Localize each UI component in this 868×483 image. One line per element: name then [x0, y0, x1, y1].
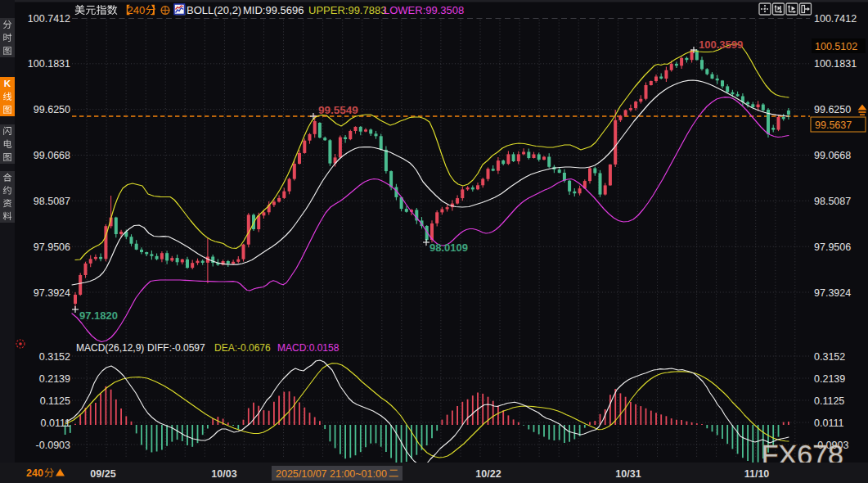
svg-text:100.1831: 100.1831 — [28, 58, 70, 70]
svg-text:10/22: 10/22 — [475, 468, 501, 480]
svg-text:0.0111: 0.0111 — [41, 418, 70, 429]
svg-text:100.7412: 100.7412 — [814, 13, 857, 25]
svg-text:UPPER:99.7883: UPPER:99.7883 — [308, 4, 386, 16]
svg-text:99.6250: 99.6250 — [34, 104, 70, 115]
svg-text:240: 240 — [128, 4, 146, 16]
svg-text:99.0668: 99.0668 — [34, 150, 70, 161]
svg-text:100.3599: 100.3599 — [699, 38, 743, 51]
svg-text:0.3152: 0.3152 — [814, 351, 845, 363]
svg-text:10/31: 10/31 — [615, 468, 641, 480]
svg-text:MACD:0.0158: MACD:0.0158 — [277, 342, 340, 354]
svg-text:97.1820: 97.1820 — [79, 309, 118, 322]
svg-text:99.5637: 99.5637 — [815, 120, 852, 131]
svg-text:0.0111: 0.0111 — [814, 418, 843, 429]
svg-text:97.3924: 97.3924 — [814, 287, 851, 299]
svg-text:98.5087: 98.5087 — [814, 196, 851, 207]
svg-text:-0.0903: -0.0903 — [36, 440, 70, 451]
svg-text:2025/10/07 21:00~01:00: 2025/10/07 21:00~01:00 — [276, 468, 387, 480]
svg-text:99.5549: 99.5549 — [318, 104, 358, 116]
svg-text:0.3152: 0.3152 — [39, 351, 70, 363]
svg-text:97.9506: 97.9506 — [814, 242, 851, 253]
svg-text:K: K — [4, 79, 11, 88]
svg-text:99.0668: 99.0668 — [814, 150, 851, 161]
svg-text:99.6250: 99.6250 — [814, 104, 851, 115]
svg-text:11/10: 11/10 — [744, 468, 770, 480]
svg-text:97.3924: 97.3924 — [34, 287, 70, 299]
svg-text:09/25: 09/25 — [90, 468, 115, 480]
svg-text:100.1831: 100.1831 — [814, 58, 857, 70]
svg-text:DIFF:-0.0597: DIFF:-0.0597 — [147, 342, 205, 354]
svg-text:240: 240 — [26, 467, 43, 479]
svg-text:DEA:-0.0676: DEA:-0.0676 — [214, 342, 271, 354]
svg-text:100.7412: 100.7412 — [28, 13, 70, 25]
svg-text:0.1125: 0.1125 — [40, 395, 70, 407]
svg-text:0.2139: 0.2139 — [814, 373, 845, 385]
svg-text:BOLL(20,2): BOLL(20,2) — [187, 4, 241, 16]
svg-text:100.5102: 100.5102 — [815, 41, 857, 52]
svg-text:98.5087: 98.5087 — [34, 196, 70, 207]
svg-text:0.2139: 0.2139 — [39, 373, 70, 385]
svg-text:0.1125: 0.1125 — [814, 395, 844, 407]
svg-text:97.9506: 97.9506 — [34, 242, 70, 253]
svg-text:MID:99.5696: MID:99.5696 — [243, 4, 304, 16]
svg-text:LOWER:99.3508: LOWER:99.3508 — [384, 4, 464, 16]
svg-text:MACD(26,12,9): MACD(26,12,9) — [76, 342, 144, 354]
svg-text:98.0109: 98.0109 — [430, 242, 468, 254]
svg-text:10/03: 10/03 — [211, 468, 236, 480]
